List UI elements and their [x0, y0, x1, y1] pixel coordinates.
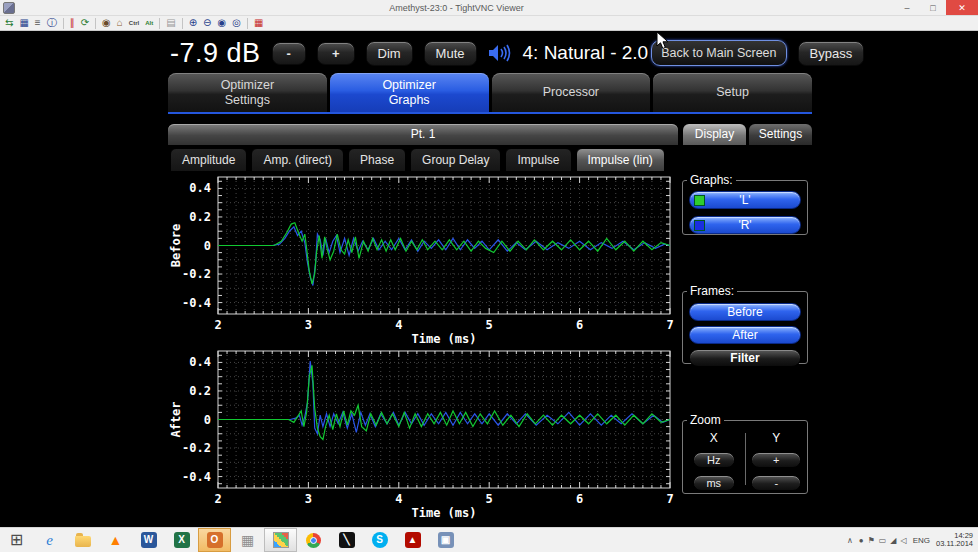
volume-bar: -7.9 dB - + Dim Mute 4: Natural - 2.0 Ba… — [170, 36, 812, 70]
ctrl-key-icon[interactable]: Ctrl — [129, 18, 139, 28]
vlc-icon[interactable]: ▲ — [99, 528, 132, 552]
toolbar-separator — [247, 18, 248, 29]
zoom-in-icon[interactable]: ⊕ — [189, 18, 197, 28]
refresh-icon[interactable]: ⟳ — [81, 18, 89, 28]
dark-app-icon[interactable]: ╲ — [330, 528, 363, 552]
fullscreen-icon[interactable]: ▦ — [254, 18, 263, 28]
volume-minus-button[interactable]: - — [272, 42, 306, 65]
tray-overflow-chevron-icon[interactable]: ∧ — [847, 536, 853, 545]
tab-impulse-lin[interactable]: Impulse (lin) — [576, 148, 665, 172]
speaker-icon — [488, 44, 512, 62]
svg-text:7: 7 — [666, 318, 673, 332]
window-titlebar: Amethyst-23:0 - TightVNC Viewer – □ ✕ — [0, 0, 978, 16]
after-chart-svg: 0.40.20-0.2-0.4234567Time (ms)After — [168, 346, 678, 520]
back-to-main-screen-button[interactable]: Back to Main Screen — [651, 40, 786, 66]
start-button[interactable]: ⊞ — [0, 528, 33, 552]
svg-text:Before: Before — [169, 224, 183, 267]
tab-label: Setup — [716, 85, 749, 100]
outlook-icon[interactable]: O — [198, 528, 231, 552]
zoom-auto-icon[interactable]: ◎ — [232, 18, 241, 28]
svg-text:7: 7 — [666, 492, 673, 506]
explorer-icon[interactable] — [66, 528, 99, 552]
tab-settings[interactable]: Settings — [749, 124, 812, 145]
alt-key-icon[interactable]: Alt — [145, 18, 153, 28]
skype-icon-glyph: S — [372, 532, 388, 548]
zoom-y-plus-button[interactable]: + — [751, 452, 801, 468]
clock[interactable]: 14:29 03.11.2014 — [936, 532, 973, 549]
flag-icon[interactable]: ⚑ — [868, 536, 875, 545]
before-chart-svg: 0.40.20-0.2-0.4234567Time (ms)Before — [168, 172, 678, 346]
tab-optimizer-graphs[interactable]: Optimizer Graphs — [330, 73, 489, 112]
zoom-grid: X Hz ms Y + - — [683, 431, 807, 487]
tab-setup[interactable]: Setup — [653, 73, 812, 112]
status-dot-icon[interactable]: ● — [859, 536, 864, 545]
pause-icon[interactable]: ∥ — [70, 18, 75, 28]
skype-icon[interactable]: S — [363, 528, 396, 552]
graph-type-tabs: Amplitude Amp. (direct) Phase Group Dela… — [170, 148, 665, 172]
side-panel-tabs: Display Settings — [683, 124, 812, 145]
new-connection-icon[interactable]: ⇆ — [5, 18, 13, 28]
signal-icon[interactable]: ◢ — [890, 536, 896, 545]
tab-amp-direct[interactable]: Amp. (direct) — [251, 148, 344, 172]
tab-optimizer-settings[interactable]: Optimizer Settings — [168, 73, 327, 112]
maximize-button[interactable]: □ — [920, 0, 946, 15]
chrome-icon-glyph — [306, 533, 321, 548]
svg-text:3: 3 — [305, 318, 312, 332]
tab-label: Optimizer — [221, 78, 274, 93]
chat-app-icon[interactable]: ▣ — [429, 528, 462, 552]
tab-processor[interactable]: Processor — [492, 73, 651, 112]
ctrl-alt-del-icon[interactable]: ◉ — [102, 18, 111, 28]
tab-phase[interactable]: Phase — [348, 148, 406, 172]
minimize-button[interactable]: – — [894, 0, 920, 15]
clock-date: 03.11.2014 — [936, 539, 973, 548]
ie-icon[interactable]: e — [33, 528, 66, 552]
tab-impulse[interactable]: Impulse — [505, 148, 571, 172]
graph-l-button[interactable]: 'L' — [689, 191, 801, 209]
zoom-ms-button[interactable]: ms — [693, 475, 735, 491]
acrobat-icon[interactable]: ▲ — [396, 528, 429, 552]
language-indicator[interactable]: ENG — [913, 536, 930, 545]
bypass-button[interactable]: Bypass — [798, 41, 865, 66]
graph-l-label: 'L' — [739, 193, 750, 207]
mute-button[interactable]: Mute — [424, 41, 477, 66]
frame-after-button[interactable]: After — [689, 326, 801, 344]
zoom-x-column: X Hz ms — [683, 431, 745, 487]
graph-r-button[interactable]: 'R' — [689, 216, 801, 234]
display-icon[interactable]: ▭ — [879, 536, 887, 545]
frame-before-button[interactable]: Before — [689, 303, 801, 321]
save-session-icon[interactable]: ▦ — [19, 18, 28, 28]
volume-plus-button[interactable]: + — [317, 42, 355, 65]
volume-level: -7.9 dB — [170, 38, 261, 69]
tab-label: Graphs — [389, 93, 430, 108]
svg-text:After: After — [169, 401, 183, 437]
tab-group-delay[interactable]: Group Delay — [410, 148, 501, 172]
close-button[interactable]: ✕ — [946, 0, 978, 15]
ctrl-esc-icon[interactable]: ⌂ — [117, 18, 123, 28]
svg-text:3: 3 — [305, 492, 312, 506]
zoom-hz-button[interactable]: Hz — [693, 452, 735, 468]
graphs-label: Graphs: — [687, 173, 736, 187]
excel-icon[interactable]: X — [165, 528, 198, 552]
tab-amplitude[interactable]: Amplitude — [170, 148, 247, 172]
vnc-viewer-icon[interactable] — [264, 528, 297, 552]
zoom-out-icon[interactable]: ⊖ — [203, 18, 211, 28]
file-transfer-icon[interactable]: ▤ — [166, 18, 175, 28]
after-chart: 0.40.20-0.2-0.4234567Time (ms)After — [168, 346, 678, 520]
greyed-app-icon-glyph: ▦ — [241, 533, 254, 547]
frame-filter-button[interactable]: Filter — [689, 349, 801, 367]
volume-tray-icon[interactable]: ◁ — [901, 536, 907, 545]
word-icon[interactable]: W — [132, 528, 165, 552]
graph-r-label: 'R' — [738, 218, 751, 232]
zoom-100-icon[interactable]: ◉ — [217, 18, 226, 28]
tab-display[interactable]: Display — [683, 124, 746, 145]
greyed-app-icon[interactable]: ▦ — [231, 528, 264, 552]
zoom-y-minus-button[interactable]: - — [751, 475, 801, 491]
mouse-cursor — [656, 31, 669, 54]
connection-info-icon[interactable]: ⓘ — [47, 18, 57, 28]
dim-button[interactable]: Dim — [366, 41, 413, 66]
chrome-icon[interactable] — [297, 528, 330, 552]
tab-label: Settings — [225, 93, 270, 108]
measurement-point-header[interactable]: Pt. 1 — [168, 124, 678, 145]
svg-text:Time (ms): Time (ms) — [411, 332, 476, 346]
connection-options-icon[interactable]: ≡ — [35, 18, 41, 28]
